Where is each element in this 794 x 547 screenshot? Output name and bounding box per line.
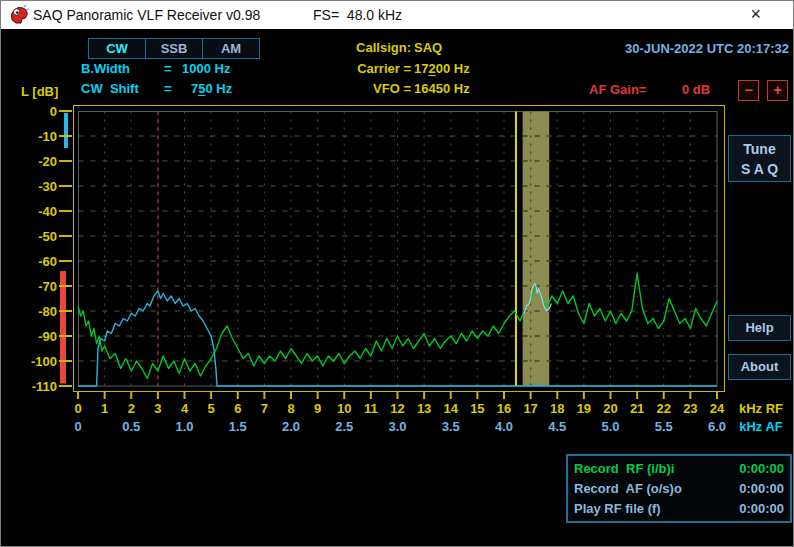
- x-axis-rf-tick-label: 11: [364, 401, 378, 416]
- af-gain-minus-button[interactable]: −: [738, 80, 759, 101]
- x-axis-af-tick-label: 3.0: [388, 419, 406, 434]
- x-axis-rf-tick-label: 14: [444, 401, 459, 416]
- x-axis-af-tick-label: 5.5: [655, 419, 673, 434]
- passband-band: [523, 112, 550, 386]
- record-af-time: 0:00:00: [739, 481, 784, 496]
- x-axis-rf-tick-label: 16: [497, 401, 511, 416]
- cwshift-equals: =: [164, 81, 172, 96]
- close-icon[interactable]: ×: [750, 3, 761, 25]
- carrier-label: Carrier =: [291, 61, 411, 76]
- help-button[interactable]: Help: [728, 315, 791, 341]
- about-button[interactable]: About: [728, 354, 791, 380]
- rf-level-meter: [60, 271, 66, 384]
- x-axis-af-tick-label: 1.5: [229, 419, 247, 434]
- y-axis-tick-label: -30: [38, 179, 57, 194]
- x-axis-rf-tick-label: 24: [710, 401, 725, 416]
- mode-selector: CW SSB AM: [89, 38, 260, 59]
- x-axis-af-tick-label: 4.5: [548, 419, 566, 434]
- app-icon: [8, 4, 30, 26]
- x-axis-rf-tick-label: 23: [683, 401, 697, 416]
- y-axis-tick-label: -60: [38, 254, 57, 269]
- x-axis-af-tick-label: 1.0: [175, 419, 193, 434]
- vfo-label: VFO =: [291, 81, 411, 96]
- x-axis-af-tick-label: 0.5: [122, 419, 140, 434]
- record-af-row[interactable]: Record AF (o/s)o 0:00:00: [574, 481, 784, 496]
- x-axis-rf-tick-label: 2: [128, 401, 135, 416]
- y-axis-tick-label: -100: [31, 354, 57, 369]
- x-axis-rf-tick-label: 21: [630, 401, 644, 416]
- x-axis-af-tick-label: 6.0: [708, 419, 726, 434]
- y-axis-tick-label: 0: [50, 104, 57, 119]
- x-axis-rf-tick-label: 13: [417, 401, 431, 416]
- af-gain-label: AF Gain=: [589, 82, 646, 97]
- app-window: SAQ Panoramic VLF Receiver v0.98 FS= 48.…: [0, 0, 794, 547]
- af-gain-value: 0 dB: [682, 82, 710, 97]
- x-axis-rf-tick-label: 19: [577, 401, 591, 416]
- x-axis-rf-tick-label: 8: [287, 401, 294, 416]
- record-rf-time: 0:00:00: [739, 461, 784, 476]
- y-axis-tick-label: -40: [38, 204, 57, 219]
- x-axis-rf-tick-label: 22: [657, 401, 671, 416]
- x-axis-af-tick-label: 2.0: [282, 419, 300, 434]
- y-axis-tick-label: -70: [38, 279, 57, 294]
- mode-button-cw[interactable]: CW: [88, 38, 146, 59]
- y-axis-tick-label: -20: [38, 154, 57, 169]
- play-rf-time: 0:00:00: [739, 501, 784, 516]
- x-axis-rf-tick-label: 6: [234, 401, 241, 416]
- x-axis-af-tick-label: 5.0: [601, 419, 619, 434]
- af-gain-plus-button[interactable]: +: [767, 80, 788, 101]
- x-axis-af-tick-label: 0: [74, 419, 81, 434]
- bwidth-label: B.Width: [81, 61, 130, 76]
- af-level-meter: [64, 113, 68, 148]
- plot-outer-frame: [74, 106, 725, 392]
- cwshift-value[interactable]: 750 Hz: [191, 81, 232, 96]
- x-axis-rf-tick-label: 10: [337, 401, 351, 416]
- x-axis-rf-tick-label: 15: [470, 401, 484, 416]
- x-axis-rf-tick-label: 3: [154, 401, 161, 416]
- x-axis-rf-tick-label: 18: [550, 401, 564, 416]
- x-axis-rf-tick-label: 5: [208, 401, 215, 416]
- callsign-value[interactable]: SAQ: [414, 40, 442, 55]
- x-axis-rf-tick-label: 12: [390, 401, 404, 416]
- bwidth-value[interactable]: 1000 Hz: [182, 61, 230, 76]
- y-axis-tick-label: -50: [38, 229, 57, 244]
- x-axis-rf-tick-label: 17: [523, 401, 537, 416]
- carrier-step-digit[interactable]: 2: [428, 61, 435, 76]
- x-axis-af-tick-label: 4.0: [495, 419, 513, 434]
- sample-rate-label: FS= 48.0 kHz: [313, 7, 402, 23]
- callsign-label: Callsign:: [291, 40, 411, 55]
- x-axis-rf-tick-label: 20: [603, 401, 617, 416]
- y-axis-tick-label: -80: [38, 304, 57, 319]
- x-axis-af-unit: kHz AF: [739, 419, 783, 434]
- x-axis-rf-tick-label: 4: [181, 401, 189, 416]
- record-rf-label: Record RF (i/b)i: [574, 461, 674, 476]
- window-title: SAQ Panoramic VLF Receiver v0.98: [33, 7, 260, 23]
- y-axis-tick-label: -90: [38, 329, 57, 344]
- mode-button-ssb[interactable]: SSB: [145, 38, 203, 59]
- mode-button-am[interactable]: AM: [202, 38, 260, 59]
- play-rf-label: Play RF file (f): [574, 501, 661, 516]
- cwshift-label: CW Shift: [81, 81, 139, 96]
- record-af-label: Record AF (o/s)o: [574, 481, 682, 496]
- x-axis-rf-tick-label: 9: [314, 401, 321, 416]
- play-rf-row[interactable]: Play RF file (f) 0:00:00: [574, 501, 784, 516]
- recorder-panel: Record RF (i/b)i 0:00:00 Record AF (o/s)…: [566, 454, 792, 523]
- carrier-value[interactable]: 17200 Hz: [414, 61, 470, 76]
- x-axis-rf-tick-label: 0: [74, 401, 81, 416]
- x-axis-af-tick-label: 2.5: [335, 419, 353, 434]
- datetime-display: 30-JUN-2022 UTC 20:17:32: [541, 41, 789, 56]
- tune-saq-button[interactable]: Tune S A Q: [728, 135, 791, 182]
- title-bar: SAQ Panoramic VLF Receiver v0.98 FS= 48.…: [1, 1, 793, 29]
- x-axis-rf-tick-label: 1: [101, 401, 108, 416]
- y-axis-tick-label: -10: [38, 129, 57, 144]
- x-axis-af-tick-label: 3.5: [442, 419, 460, 434]
- level-axis-label: L [dB]: [21, 84, 58, 99]
- vfo-value[interactable]: 16450 Hz: [414, 81, 470, 96]
- x-axis-rf-tick-label: 7: [261, 401, 268, 416]
- y-axis-tick-label: -110: [32, 379, 57, 394]
- record-rf-row[interactable]: Record RF (i/b)i 0:00:00: [574, 461, 784, 476]
- bwidth-equals: =: [164, 61, 172, 76]
- x-axis-rf-unit: kHz RF: [739, 401, 783, 416]
